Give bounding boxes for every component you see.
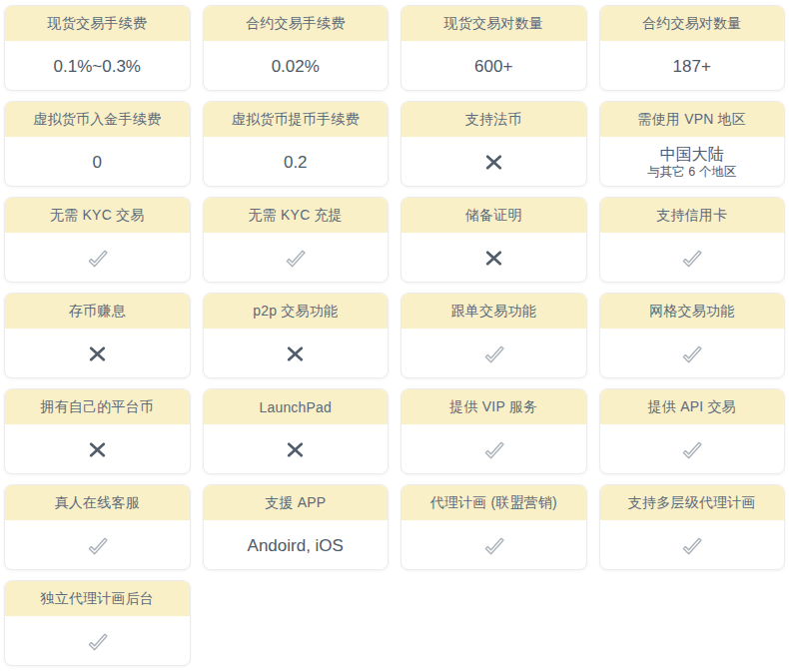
feature-card-value-text: 0.2 bbox=[284, 153, 308, 173]
feature-card: 支持信用卡 bbox=[599, 197, 786, 283]
feature-card-label: 网格交易功能 bbox=[600, 294, 785, 331]
feature-card-label: 存币赚息 bbox=[5, 294, 190, 331]
feature-card-value bbox=[204, 426, 389, 473]
feature-card: 支持多层级代理计画 bbox=[599, 484, 786, 570]
feature-card-value bbox=[5, 618, 190, 665]
feature-card: 无需 KYC 充提 bbox=[203, 197, 390, 283]
cross-icon bbox=[485, 155, 502, 170]
feature-card-label: 合约交易对数量 bbox=[600, 6, 785, 43]
feature-card: p2p 交易功能 bbox=[203, 293, 390, 378]
feature-card: 合约交易手续费 0.02% bbox=[203, 5, 390, 91]
feature-card: 无需 KYC 交易 bbox=[4, 197, 191, 283]
feature-card-value bbox=[5, 426, 190, 473]
feature-card-value: 0.02% bbox=[204, 43, 389, 90]
feature-card-value-text: 0.02% bbox=[272, 57, 320, 77]
feature-card-value: 中国大陆与其它 6 个地区 bbox=[600, 139, 785, 186]
feature-card: 需使用 VPN 地区 中国大陆与其它 6 个地区 bbox=[599, 101, 786, 187]
feature-card-value: 600+ bbox=[401, 43, 586, 90]
feature-card: LaunchPad bbox=[203, 388, 390, 474]
feature-card: 虚拟货币入金手续费 0 bbox=[4, 101, 191, 187]
feature-card: 合约交易对数量 187+ bbox=[599, 5, 786, 91]
feature-card-value bbox=[204, 235, 389, 282]
check-icon bbox=[680, 536, 703, 556]
check-icon bbox=[482, 440, 505, 460]
check-icon bbox=[680, 249, 703, 269]
feature-card: 提供 VIP 服务 bbox=[400, 388, 587, 474]
feature-card: 储备证明 bbox=[400, 197, 587, 283]
feature-card: 支持法币 bbox=[400, 101, 587, 187]
feature-card: 网格交易功能 bbox=[599, 293, 786, 378]
feature-card-value bbox=[5, 331, 190, 377]
feature-card-value bbox=[401, 426, 586, 473]
cross-icon bbox=[287, 346, 304, 361]
check-icon bbox=[680, 440, 703, 460]
feature-card-value bbox=[204, 331, 389, 377]
feature-card-value-text: Andoird, iOS bbox=[248, 536, 344, 556]
feature-card-value bbox=[600, 331, 785, 377]
feature-card-value bbox=[5, 522, 190, 569]
feature-card-label: 提供 API 交易 bbox=[600, 389, 785, 426]
feature-card-label: 支持法币 bbox=[401, 102, 586, 139]
feature-card-label: 虚拟货币提币手续费 bbox=[204, 102, 389, 139]
feature-card-value bbox=[5, 235, 190, 282]
feature-card-value bbox=[600, 235, 785, 282]
feature-card-value bbox=[401, 139, 586, 186]
feature-card-label: 储备证明 bbox=[401, 198, 586, 235]
feature-card-value-subtext: 与其它 6 个地区 bbox=[647, 165, 736, 179]
cross-icon bbox=[287, 442, 304, 457]
feature-card: 现货交易对数量 600+ bbox=[400, 5, 587, 91]
feature-card-label: 现货交易对数量 bbox=[401, 6, 586, 43]
feature-card-label: LaunchPad bbox=[204, 389, 389, 426]
feature-card-value: Andoird, iOS bbox=[204, 522, 389, 569]
feature-card-label: 无需 KYC 交易 bbox=[5, 198, 190, 235]
feature-card-value: 187+ bbox=[600, 43, 785, 90]
feature-card: 提供 API 交易 bbox=[599, 388, 786, 474]
feature-card-value: 0.2 bbox=[204, 139, 389, 186]
feature-card-label: 支持信用卡 bbox=[600, 198, 785, 235]
check-icon bbox=[86, 249, 109, 269]
feature-card: 虚拟货币提币手续费 0.2 bbox=[203, 101, 390, 187]
feature-card-label: 拥有自己的平台币 bbox=[5, 389, 190, 426]
feature-card-value-text: 187+ bbox=[673, 57, 711, 77]
feature-card-value bbox=[401, 235, 586, 282]
feature-card-value-text: 0 bbox=[93, 153, 102, 173]
feature-card-label: 需使用 VPN 地区 bbox=[600, 102, 785, 139]
check-icon bbox=[680, 344, 703, 364]
check-icon bbox=[482, 536, 505, 556]
feature-card: 支援 APP Andoird, iOS bbox=[203, 484, 390, 570]
feature-card: 现货交易手续费 0.1%~0.3% bbox=[4, 5, 191, 91]
feature-card-label: p2p 交易功能 bbox=[204, 294, 389, 331]
feature-card-value: 0.1%~0.3% bbox=[5, 43, 190, 90]
check-icon bbox=[284, 249, 307, 269]
feature-card-label: 合约交易手续费 bbox=[204, 6, 389, 43]
feature-card: 代理计画 (联盟营销) bbox=[400, 484, 587, 570]
feature-card: 拥有自己的平台币 bbox=[4, 388, 191, 474]
feature-card-label: 无需 KYC 充提 bbox=[204, 198, 389, 235]
feature-card: 存币赚息 bbox=[4, 293, 191, 378]
cross-icon bbox=[89, 442, 106, 457]
feature-card: 真人在线客服 bbox=[4, 484, 191, 570]
feature-card-label: 真人在线客服 bbox=[5, 485, 190, 522]
feature-card-label: 支援 APP bbox=[204, 485, 389, 522]
feature-card-label: 独立代理计画后台 bbox=[5, 581, 190, 618]
feature-card: 独立代理计画后台 bbox=[4, 580, 191, 666]
check-icon bbox=[86, 632, 109, 652]
cross-icon bbox=[485, 251, 502, 266]
feature-card-value: 0 bbox=[5, 139, 190, 186]
cross-icon bbox=[89, 346, 106, 361]
feature-card-value-text: 600+ bbox=[474, 57, 512, 77]
comparison-card-grid: 现货交易手续费 0.1%~0.3% 合约交易手续费 0.02% 现货交易对数量 … bbox=[0, 0, 789, 671]
feature-card-label: 提供 VIP 服务 bbox=[401, 389, 586, 426]
check-icon bbox=[86, 536, 109, 556]
feature-card: 跟单交易功能 bbox=[400, 293, 587, 378]
feature-card-value bbox=[600, 522, 785, 569]
feature-card-value-text: 0.1%~0.3% bbox=[54, 57, 141, 77]
feature-card-value bbox=[600, 426, 785, 473]
feature-card-value bbox=[401, 331, 586, 377]
feature-card-label: 现货交易手续费 bbox=[5, 6, 190, 43]
check-icon bbox=[482, 344, 505, 364]
feature-card-label: 虚拟货币入金手续费 bbox=[5, 102, 190, 139]
feature-card-label: 代理计画 (联盟营销) bbox=[401, 485, 586, 522]
feature-card-label: 跟单交易功能 bbox=[401, 294, 586, 331]
feature-card-value-text: 中国大陆 bbox=[660, 146, 724, 164]
